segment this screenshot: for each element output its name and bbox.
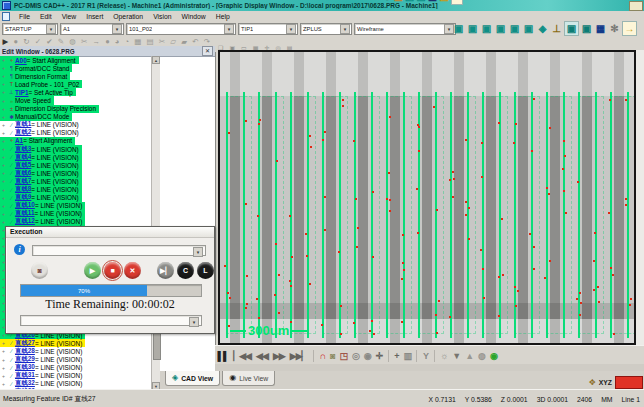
window-frame2-icon[interactable]: ▤: [147, 37, 154, 46]
menu-vision[interactable]: Vision: [148, 13, 176, 20]
tree-item-直线7[interactable]: +∕直线7 = LINE (VISION): [0, 177, 82, 185]
tab-cad-view[interactable]: ◈CAD View: [165, 371, 220, 386]
tab-live-view[interactable]: ◉Live View: [222, 371, 275, 386]
tree-item-直线1[interactable]: +∕直线1 = LINE (VISION): [0, 121, 82, 129]
workplane-combo[interactable]: ZPLUS▾: [300, 23, 352, 35]
step-last-button[interactable]: ▶▶▏: [290, 351, 308, 361]
lens-down-button[interactable]: ▼: [452, 351, 460, 361]
window-controls[interactable]: [629, 1, 643, 11]
tree-item-直线11[interactable]: +∕直线11 = LINE (VISION): [0, 210, 85, 218]
tree-item-A1[interactable]: +⌖A1 = Start Alignment: [0, 137, 75, 145]
step-forward-button[interactable]: ▶▶: [273, 351, 285, 361]
execution-message-combo[interactable]: ▾: [20, 315, 202, 326]
undo-icon[interactable]: ↶: [192, 37, 198, 46]
tree-item-直线8[interactable]: +∕直线8 = LINE (VISION): [0, 186, 82, 194]
probe-error-combo[interactable]: ▾: [32, 245, 206, 256]
menu-edit[interactable]: Edit: [35, 13, 57, 20]
window-frame-icon[interactable]: ▦: [134, 37, 141, 46]
execution-dialog-title[interactable]: Execution: [6, 227, 214, 238]
cad-cube2-icon[interactable]: ▣: [416, 0, 425, 4]
paste-special-icon[interactable]: ▰: [181, 37, 187, 46]
menu-insert[interactable]: Insert: [81, 13, 108, 20]
chevron-down-icon[interactable]: ▾: [286, 24, 296, 34]
eraser-icon[interactable]: ◪: [393, 0, 402, 4]
tree-item-直线10[interactable]: +∕直线10 = LINE (VISION): [0, 202, 85, 210]
scroll-up-icon[interactable]: ▲: [152, 56, 160, 64]
check-icon[interactable]: ✓: [35, 37, 41, 46]
magnifier-button[interactable]: ◉: [364, 351, 371, 361]
view-left-icon[interactable]: ▣: [480, 22, 493, 35]
tree-item-直线30[interactable]: +∕直线30 = LINE (VISION): [0, 364, 85, 372]
machine-commands-button[interactable]: ◙: [31, 262, 48, 279]
tree-item-直线4[interactable]: +∕直线4 = LINE (VISION): [0, 153, 82, 161]
edit-check-icon[interactable]: ✎: [58, 37, 64, 46]
tree-item-直线12[interactable]: +∕直线12 = LINE (VISION): [0, 218, 85, 226]
pattern-grid-icon[interactable]: ▦: [428, 0, 437, 4]
cad-cube-icon[interactable]: ▣: [405, 0, 414, 4]
close-icon[interactable]: ✕: [202, 46, 213, 56]
horizontal-scroll-strip[interactable]: [215, 364, 644, 371]
tree-item-TIP1[interactable]: +⊥TIP1 = Set Active Tip: [0, 88, 76, 96]
comment-continue-button[interactable]: C: [177, 262, 194, 279]
tree-item-直线31[interactable]: +∕直线31 = LINE (VISION): [0, 372, 85, 380]
tree-item-直线3[interactable]: +∕直线3 = LINE (VISION): [0, 145, 82, 153]
snapshot-button[interactable]: ◙: [330, 351, 334, 361]
folder-icon[interactable]: ▤: [439, 0, 448, 4]
lamp-button[interactable]: ☼: [440, 351, 447, 361]
probe-file-combo[interactable]: 101_P02▾: [126, 23, 236, 35]
chevron-down-icon[interactable]: ▾: [46, 24, 56, 34]
tree-item-直线29[interactable]: +∕直线29 = LINE (VISION): [0, 355, 85, 363]
sphere2-icon[interactable]: ●: [105, 37, 110, 46]
cancel-button[interactable]: ✕: [124, 262, 141, 279]
menu-window[interactable]: Window: [177, 13, 211, 20]
tree-item-A00[interactable]: +⌖A00 = Start Alignment: [0, 56, 79, 64]
tree-item-直线27[interactable]: +∕直线27 = LINE (VISION): [0, 339, 85, 347]
chevron-down-icon[interactable]: ▾: [112, 24, 122, 34]
view-bottom-icon[interactable]: ▣: [522, 22, 535, 35]
skip-button[interactable]: ▶▏: [157, 262, 174, 279]
view-right-icon[interactable]: ▣: [494, 22, 507, 35]
cut-feature-icon[interactable]: ✂: [81, 37, 87, 46]
probe-toolbox-icon[interactable]: ✻: [608, 22, 621, 35]
loop-continue-button[interactable]: L: [197, 262, 214, 279]
double-check-icon[interactable]: ✔: [46, 37, 52, 46]
tree-scrollbar[interactable]: ▲ ▼: [151, 56, 160, 390]
chevron-down-icon[interactable]: ▾: [189, 317, 199, 327]
view-cube-a-icon[interactable]: ▣: [564, 21, 579, 36]
lens-up-button[interactable]: ▲: [465, 351, 473, 361]
probe-small-icon[interactable]: ◔: [125, 37, 130, 46]
view-top-icon[interactable]: ▣: [508, 22, 521, 35]
goto-icon[interactable]: →: [92, 37, 100, 46]
tree-item[interactable]: +✱Manual/DCC Mode: [0, 113, 72, 121]
view-cube-b-icon[interactable]: ▣: [580, 22, 593, 35]
paste-icon[interactable]: ▱: [170, 37, 176, 46]
chevron-down-icon[interactable]: ▾: [224, 24, 234, 34]
target-button[interactable]: ◎: [352, 351, 359, 361]
probe-position-icon[interactable]: ⊥: [550, 22, 563, 35]
menu-file[interactable]: File: [14, 13, 35, 20]
view-iso-icon[interactable]: ◈: [536, 22, 549, 35]
menu-help[interactable]: Help: [211, 13, 235, 20]
tree-item[interactable]: +¶Dimension Format: [0, 72, 70, 80]
tree-item[interactable]: +TLoad Probe - 101_P02: [0, 80, 82, 88]
tree-item-直线28[interactable]: +∕直线28 = LINE (VISION): [0, 347, 85, 355]
menu-operation[interactable]: Operation: [108, 13, 148, 20]
menu-view[interactable]: View: [57, 13, 82, 20]
scissors-icon[interactable]: ✂: [159, 37, 165, 46]
alignment-combo[interactable]: STARTUP▾: [2, 23, 58, 35]
autofocus-button[interactable]: ◉: [490, 351, 497, 361]
axis-combo[interactable]: A1▾: [60, 23, 124, 35]
tree-item-直线6[interactable]: +∕直线6 = LINE (VISION): [0, 169, 82, 177]
tree-item[interactable]: +»Move Speed: [0, 96, 54, 104]
tree-item-直线2[interactable]: +∕直线2 = LINE (VISION): [0, 129, 82, 137]
zoom-window-button[interactable]: ◳: [339, 351, 347, 361]
continue-button[interactable]: ▶: [84, 262, 101, 279]
view-front-icon[interactable]: ▣: [452, 22, 465, 35]
tree-item-直线32[interactable]: +∕直线32 = LINE (VISION): [0, 380, 85, 388]
image-button[interactable]: ▥: [403, 351, 411, 361]
loop-icon[interactable]: ↻: [23, 37, 29, 46]
chevron-down-icon[interactable]: ▾: [340, 24, 350, 34]
crosshair-button[interactable]: ✛: [376, 351, 383, 361]
zoom-probe-icon[interactable]: ◕: [115, 37, 120, 46]
next-view-arrow-icon[interactable]: →: [622, 21, 637, 36]
